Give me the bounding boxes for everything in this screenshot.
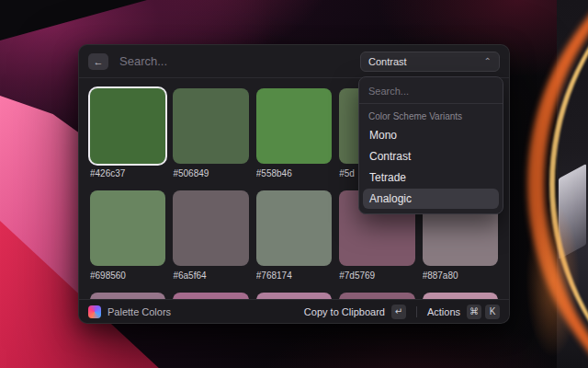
copy-to-clipboard-action[interactable]: Copy to Clipboard xyxy=(304,306,385,317)
swatch-cell xyxy=(423,293,498,299)
color-swatch[interactable] xyxy=(339,293,414,299)
swatch-hex-label: #426c37 xyxy=(90,168,165,178)
menu-divider xyxy=(359,103,503,104)
swatch-hex-label: #7d5769 xyxy=(339,270,414,281)
swatch-cell: #768174 xyxy=(256,190,332,281)
back-button[interactable]: ← xyxy=(88,53,108,70)
swatch-hex-label: #887a80 xyxy=(423,270,498,281)
swatch-cell: #698560 xyxy=(90,190,165,281)
color-swatch[interactable] xyxy=(423,293,498,299)
scheme-dropdown-value: Contrast xyxy=(368,56,407,67)
menu-item-analogic[interactable]: Analogic xyxy=(363,189,499,209)
swatch-hex-label: #698560 xyxy=(90,270,165,281)
swatch-cell xyxy=(339,293,414,299)
menu-item-mono[interactable]: Mono xyxy=(363,125,499,145)
back-arrow-icon: ← xyxy=(94,56,104,67)
menu-item-contrast[interactable]: Contrast xyxy=(363,146,499,167)
swatch-cell xyxy=(256,293,332,299)
swatch-cell: #558b46 xyxy=(256,88,332,178)
swatch-hex-label: #558b46 xyxy=(256,168,332,178)
search-input[interactable] xyxy=(118,53,351,69)
swatch-hex-label: #768174 xyxy=(256,270,332,281)
swatch-cell: #506849 xyxy=(173,88,248,178)
palette-app-icon xyxy=(88,305,101,318)
key-badge: K xyxy=(485,305,500,319)
scheme-menu: Color Scheme Variants MonoContrastTetrad… xyxy=(358,76,503,214)
color-swatch[interactable] xyxy=(90,88,165,164)
color-swatch[interactable] xyxy=(173,190,248,266)
wallpaper-layer xyxy=(524,147,588,368)
swatch-cell: #6a5f64 xyxy=(173,190,248,281)
color-swatch[interactable] xyxy=(173,88,248,164)
color-swatch[interactable] xyxy=(90,293,165,299)
swatch-cell xyxy=(173,293,248,299)
palette-row xyxy=(90,293,498,299)
header: ← Contrast ⌃ xyxy=(79,45,509,78)
key-badge: ⌘ xyxy=(467,305,481,319)
scheme-menu-list: MonoContrastTetradeAnalogic xyxy=(363,125,499,209)
swatch-cell xyxy=(90,293,165,299)
color-swatch[interactable] xyxy=(90,190,165,266)
color-swatch[interactable] xyxy=(173,293,248,299)
footer: Palette Colors Copy to Clipboard ↵ Actio… xyxy=(79,299,509,323)
actions-shortcut-keys: ⌘K xyxy=(467,305,500,319)
menu-item-tetrade[interactable]: Tetrade xyxy=(363,167,499,188)
swatch-hex-label: #6a5f64 xyxy=(173,270,248,281)
actions-button[interactable]: Actions xyxy=(427,306,460,317)
scheme-dropdown-button[interactable]: Contrast ⌃ xyxy=(360,52,500,72)
scheme-menu-search-input[interactable] xyxy=(363,81,499,101)
extension-window: ← Contrast ⌃ #426c37#506849#558b46#5d#69… xyxy=(78,44,510,324)
chevron-up-icon: ⌃ xyxy=(484,57,492,66)
menu-section-label: Color Scheme Variants xyxy=(363,106,499,124)
app-name: Palette Colors xyxy=(107,306,171,317)
swatch-cell: #426c37 xyxy=(90,88,165,178)
color-swatch[interactable] xyxy=(256,88,332,164)
swatch-hex-label: #506849 xyxy=(173,168,248,178)
enter-key-icon: ↵ xyxy=(391,305,406,319)
footer-divider xyxy=(416,306,417,317)
color-swatch[interactable] xyxy=(256,190,332,266)
color-swatch[interactable] xyxy=(256,293,332,299)
